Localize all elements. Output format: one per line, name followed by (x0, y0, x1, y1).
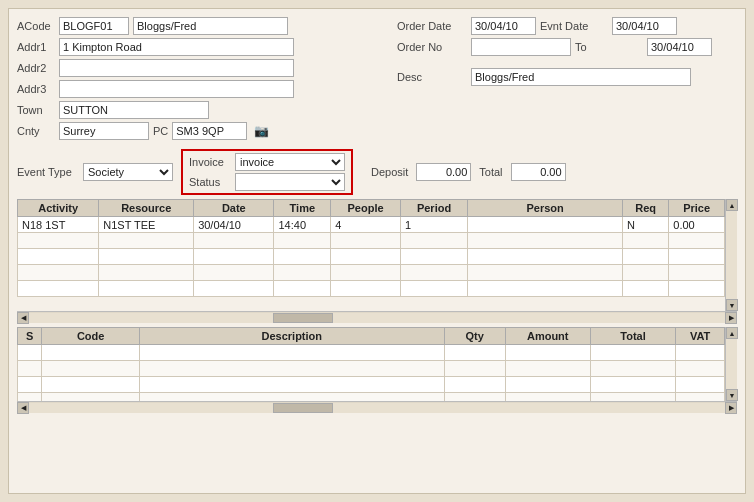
bottom-table-hscroll[interactable]: ◀ ▶ (17, 401, 737, 413)
scroll-left-btn[interactable]: ◀ (17, 312, 29, 324)
table-cell (194, 265, 274, 281)
table-cell: 4 (331, 217, 401, 233)
invoice-select[interactable]: invoice quote proforma (235, 153, 345, 171)
name-input[interactable] (133, 17, 288, 35)
table-cell (139, 345, 444, 361)
bottom-table-scroll: S Code Description Qty Amount Total VAT (17, 327, 725, 401)
table-cell (18, 345, 42, 361)
table-row[interactable] (18, 393, 725, 402)
table-row[interactable] (18, 345, 725, 361)
scroll-right-btn[interactable]: ▶ (725, 312, 737, 324)
col-total: Total (590, 328, 675, 345)
table-cell (444, 393, 505, 402)
table-cell (42, 393, 140, 402)
table-row[interactable] (18, 233, 725, 249)
table-row[interactable] (18, 265, 725, 281)
table-cell (331, 249, 401, 265)
table-row[interactable] (18, 281, 725, 297)
table-cell (18, 393, 42, 402)
col-description: Description (139, 328, 444, 345)
addr2-row: Addr2 (17, 59, 389, 77)
table-cell (331, 281, 401, 297)
table-cell (18, 265, 99, 281)
table-cell (194, 281, 274, 297)
table-cell (444, 345, 505, 361)
top-table-wrapper: Activity Resource Date Time People Perio… (17, 199, 737, 311)
total-label: Total (479, 166, 502, 178)
pc-input[interactable] (172, 122, 247, 140)
order-date-row: Order Date Evnt Date (397, 17, 737, 35)
deposit-section: Deposit Total (371, 163, 566, 181)
order-date-input[interactable] (471, 17, 536, 35)
bottom-table-section: S Code Description Qty Amount Total VAT (17, 327, 737, 413)
scroll-up-btn-b[interactable]: ▲ (726, 327, 738, 339)
scroll-left-btn-b[interactable]: ◀ (17, 402, 29, 414)
addr1-input[interactable] (59, 38, 294, 56)
evnt-date-label: Evnt Date (540, 20, 608, 32)
hscroll-thumb-b[interactable] (273, 403, 333, 413)
status-select[interactable]: Confirmed Tentative Cancelled (235, 173, 345, 191)
table-cell (505, 377, 590, 393)
invoice-box: Invoice invoice quote proforma Status Co… (181, 149, 353, 195)
scroll-right-btn-b[interactable]: ▶ (725, 402, 737, 414)
col-s: S (18, 328, 42, 345)
scroll-up-btn[interactable]: ▲ (726, 199, 738, 211)
table-cell (623, 265, 669, 281)
top-table: Activity Resource Date Time People Perio… (17, 199, 725, 297)
table-cell (401, 265, 468, 281)
town-label: Town (17, 104, 55, 116)
table-cell (401, 233, 468, 249)
invoice-row: Invoice invoice quote proforma (189, 153, 345, 171)
desc-label: Desc (397, 71, 467, 83)
table-cell (99, 249, 194, 265)
cnty-label: Cnty (17, 125, 55, 137)
table-cell (18, 361, 42, 377)
table-cell (444, 377, 505, 393)
order-no-row: Order No To (397, 38, 737, 56)
status-row: Status Confirmed Tentative Cancelled (189, 173, 345, 191)
acode-input[interactable] (59, 17, 129, 35)
hscroll-thumb[interactable] (273, 313, 333, 323)
table-row[interactable] (18, 377, 725, 393)
cnty-input[interactable] (59, 122, 149, 140)
camera-icon[interactable]: 📷 (251, 124, 271, 138)
col-req: Req (623, 200, 669, 217)
table-cell: N (623, 217, 669, 233)
table-row[interactable] (18, 249, 725, 265)
table-cell (331, 233, 401, 249)
table-cell (18, 281, 99, 297)
town-row: Town (17, 101, 389, 119)
status-label: Status (189, 176, 231, 188)
event-type-row: Event Type Society Corporate Private Inv… (17, 149, 737, 195)
col-person: Person (468, 200, 623, 217)
event-type-select[interactable]: Society Corporate Private (83, 163, 173, 181)
deposit-input[interactable] (416, 163, 471, 181)
order-no-input[interactable] (471, 38, 571, 56)
addr2-input[interactable] (59, 59, 294, 77)
table-cell (139, 393, 444, 402)
to-input[interactable] (647, 38, 712, 56)
col-date: Date (194, 200, 274, 217)
pc-label: PC (153, 125, 168, 137)
total-input[interactable] (511, 163, 566, 181)
scroll-down-btn[interactable]: ▼ (726, 299, 738, 311)
col-time: Time (274, 200, 331, 217)
to-label: To (575, 41, 643, 53)
table-cell (18, 377, 42, 393)
scroll-down-btn-b[interactable]: ▼ (726, 389, 738, 401)
town-input[interactable] (59, 101, 209, 119)
table-cell: 0.00 (669, 217, 725, 233)
top-table-vscroll[interactable]: ▲ ▼ (725, 199, 737, 311)
table-row[interactable] (18, 361, 725, 377)
evnt-date-input[interactable] (612, 17, 677, 35)
top-table-hscroll[interactable]: ◀ ▶ (17, 311, 737, 323)
table-cell (623, 249, 669, 265)
table-cell: 30/04/10 (194, 217, 274, 233)
desc-input[interactable] (471, 68, 691, 86)
table-row[interactable]: N18 1STN1ST TEE30/04/1014:4041N0.00 (18, 217, 725, 233)
bottom-table-vscroll[interactable]: ▲ ▼ (725, 327, 737, 401)
table-cell (42, 345, 140, 361)
addr3-input[interactable] (59, 80, 294, 98)
col-activity: Activity (18, 200, 99, 217)
table-cell (590, 393, 675, 402)
